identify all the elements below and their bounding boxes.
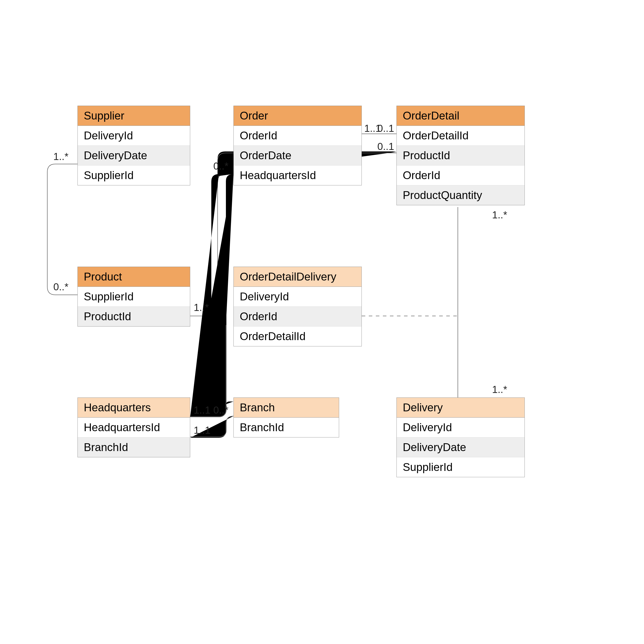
mult-label: 1..1 (194, 425, 211, 436)
entity-headquarters: Headquarters HeadquartersId BranchId (77, 397, 190, 457)
attr: BranchId (234, 418, 339, 437)
entity-title: Delivery (397, 398, 525, 418)
attr: OrderId (234, 126, 361, 146)
entity-branch: Branch BranchId (233, 397, 339, 437)
mult-label: 1..* (492, 209, 507, 221)
entity-delivery: Delivery DeliveryId DeliveryDate Supplie… (396, 397, 525, 477)
attr: OrderDetailId (234, 327, 361, 346)
attr: ProductId (78, 307, 190, 326)
attr: DeliveryId (397, 418, 525, 437)
attr: OrderId (234, 307, 361, 327)
attr: DeliveryDate (397, 437, 525, 457)
entity-order: Order OrderId OrderDate HeadquartersId (233, 106, 362, 185)
attr: DeliveryDate (78, 146, 190, 166)
attr: OrderDate (234, 146, 361, 166)
entity-title: Branch (234, 398, 339, 418)
attr: BranchId (78, 437, 190, 457)
attr: HeadquartersId (234, 166, 361, 185)
entity-title: Headquarters (78, 398, 190, 418)
mult-label: 0..* (213, 160, 228, 172)
attr: DeliveryId (234, 287, 361, 307)
entity-orderdetaildelivery: OrderDetailDelivery DeliveryId OrderId O… (233, 267, 362, 346)
mult-label: 0..1 (377, 123, 394, 134)
attr: ProductQuantity (397, 185, 525, 205)
mult-label: 1..* (492, 384, 507, 395)
mult-label: 1..1 (194, 405, 211, 416)
entity-title: OrderDetail (397, 106, 525, 126)
entity-orderdetail: OrderDetail OrderDetailId ProductId Orde… (396, 106, 525, 205)
attr: SupplierId (78, 166, 190, 185)
attr: SupplierId (78, 287, 190, 307)
attr: OrderDetailId (397, 126, 525, 146)
entity-supplier: Supplier DeliveryId DeliveryDate Supplie… (77, 106, 190, 185)
mult-label: 1..* (194, 302, 209, 313)
attr: ProductId (397, 146, 525, 166)
entity-title: Supplier (78, 106, 190, 126)
entity-title: Order (234, 106, 361, 126)
mult-label: 1..* (53, 151, 68, 162)
mult-label: 0..* (53, 281, 68, 293)
mult-label: 0..1 (377, 141, 394, 152)
attr: OrderId (397, 166, 525, 185)
attr: HeadquartersId (78, 418, 190, 437)
mult-label: 0..* (213, 405, 228, 416)
er-diagram: Supplier DeliveryId DeliveryDate Supplie… (0, 0, 644, 644)
attr: SupplierId (397, 457, 525, 477)
entity-title: OrderDetailDelivery (234, 267, 361, 287)
entity-title: Product (78, 267, 190, 287)
attr: DeliveryId (78, 126, 190, 146)
entity-product: Product SupplierId ProductId (77, 267, 190, 327)
